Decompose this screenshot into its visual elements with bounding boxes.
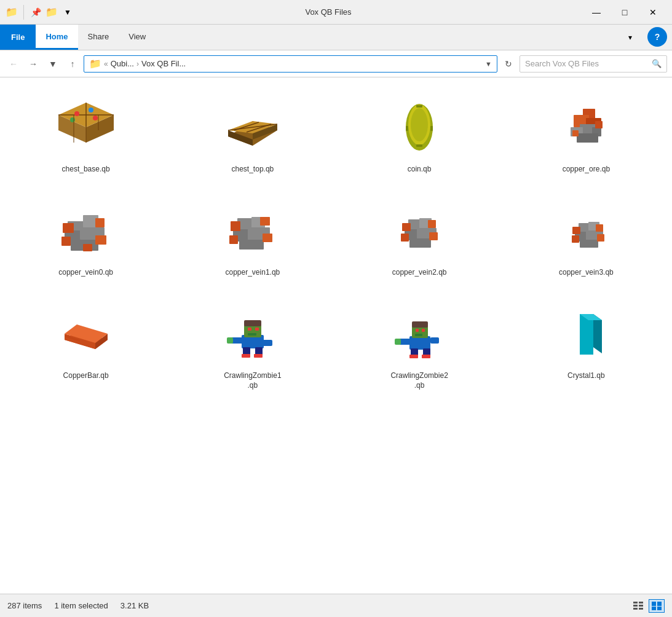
list-item[interactable]: chest_top.qb: [172, 87, 333, 186]
svg-rect-67: [580, 240, 598, 248]
file-thumbnail: [46, 300, 126, 367]
path-arrow: ›: [136, 60, 139, 68]
list-item[interactable]: coin.qb: [339, 87, 500, 186]
file-thumbnail: [546, 197, 626, 264]
tab-file[interactable]: File: [0, 25, 36, 50]
tab-view[interactable]: View: [119, 25, 156, 50]
title-bar-separator: [23, 5, 24, 20]
folder-icon: 📁: [5, 6, 18, 19]
list-item[interactable]: Crystal1.qb: [505, 294, 667, 396]
svg-rect-86: [244, 320, 261, 326]
file-name: CopperBar.qb: [63, 371, 109, 381]
svg-rect-89: [248, 333, 256, 336]
list-item[interactable]: copper_vein1.qb: [172, 191, 333, 289]
help-button[interactable]: ?: [647, 27, 667, 47]
svg-rect-115: [657, 607, 662, 610]
svg-rect-49: [239, 240, 264, 250]
minimize-button[interactable]: —: [582, 2, 611, 22]
svg-rect-100: [416, 329, 419, 332]
file-grid: chest_base.qb: [5, 87, 667, 396]
list-item[interactable]: CopperBar.qb: [5, 294, 167, 396]
svg-rect-88: [255, 328, 259, 331]
svg-rect-41: [95, 218, 105, 227]
svg-rect-25: [416, 105, 422, 108]
svg-rect-58: [409, 238, 431, 248]
list-item[interactable]: CrawlingZombie1.qb: [172, 294, 333, 396]
svg-rect-69: [596, 224, 603, 232]
file-thumbnail: [213, 93, 293, 161]
file-thumbnail: [213, 197, 293, 264]
file-name: CrawlingZombie2.qb: [390, 371, 448, 390]
svg-rect-84: [254, 354, 263, 358]
svg-rect-53: [263, 234, 272, 242]
file-thumbnail: [546, 300, 626, 367]
window-title: Vox QB Files: [78, 7, 579, 17]
svg-rect-80: [227, 337, 233, 344]
pin-icon: 📌: [29, 6, 42, 19]
list-item[interactable]: copper_vein3.qb: [505, 191, 667, 289]
selected-size: 3.21 KB: [121, 601, 149, 610]
svg-point-6: [89, 108, 93, 112]
file-name: Crystal1.qb: [567, 371, 605, 381]
file-name: chest_top.qb: [232, 165, 274, 175]
path-folder-icon: 📁: [89, 58, 101, 69]
path-part1: Qubi...: [111, 59, 134, 68]
file-thumbnail: [213, 300, 293, 367]
svg-rect-71: [597, 234, 604, 242]
svg-rect-22: [406, 126, 408, 131]
main-content: chest_base.qb: [0, 77, 672, 594]
maximize-button[interactable]: □: [611, 2, 639, 22]
chevron-down-icon[interactable]: ▼: [61, 6, 74, 19]
list-item[interactable]: CrawlingZombie2.qb: [339, 294, 500, 396]
search-box[interactable]: Search Vox QB Files 🔍: [520, 55, 667, 73]
list-item[interactable]: copper_vein2.qb: [339, 191, 500, 289]
forward-button[interactable]: →: [25, 55, 42, 73]
nav-dropdown-button[interactable]: ▼: [44, 55, 61, 73]
file-name: copper_ore.qb: [563, 165, 610, 175]
svg-rect-42: [61, 237, 71, 246]
item-count: 287 items: [7, 601, 42, 610]
list-item[interactable]: copper_vein0.qb: [5, 191, 167, 289]
svg-rect-40: [63, 223, 74, 233]
large-icons-view-button[interactable]: [649, 599, 665, 613]
svg-rect-90: [409, 336, 430, 350]
list-item[interactable]: chest_base.qb: [5, 87, 167, 186]
up-button[interactable]: ↑: [64, 55, 81, 73]
svg-rect-70: [572, 235, 579, 243]
svg-rect-93: [395, 339, 401, 345]
details-view-button[interactable]: [630, 599, 646, 613]
svg-rect-68: [572, 227, 580, 234]
svg-rect-97: [422, 355, 430, 358]
file-thumbnail: [46, 197, 126, 264]
path-chevron-icon[interactable]: ▼: [485, 60, 492, 68]
svg-rect-106: [633, 602, 638, 603]
file-area[interactable]: chest_base.qb: [0, 77, 672, 594]
svg-rect-114: [652, 607, 656, 610]
view-controls: [630, 599, 665, 613]
svg-rect-79: [263, 340, 272, 346]
svg-rect-51: [260, 217, 270, 226]
svg-rect-108: [633, 605, 638, 607]
svg-point-21: [411, 108, 428, 141]
svg-rect-101: [422, 329, 425, 332]
path-part2: Vox QB Fil...: [141, 59, 186, 68]
file-name: copper_vein0.qb: [58, 268, 113, 278]
tab-share[interactable]: Share: [78, 25, 119, 50]
svg-rect-109: [639, 605, 643, 607]
tab-home[interactable]: Home: [36, 25, 77, 50]
address-path[interactable]: 📁 « Qubi... › Vox QB Fil... ▼: [84, 55, 497, 73]
close-button[interactable]: ✕: [639, 2, 667, 22]
back-button[interactable]: ←: [5, 55, 22, 73]
address-bar: ← → ▼ ↑ 📁 « Qubi... › Vox QB Fil... ▼ ↻ …: [0, 50, 672, 77]
svg-rect-110: [633, 608, 638, 610]
refresh-button[interactable]: ↻: [500, 55, 517, 73]
list-item[interactable]: copper_ore.qb: [505, 87, 667, 186]
svg-rect-87: [248, 328, 251, 331]
svg-rect-61: [401, 234, 409, 242]
svg-rect-102: [415, 334, 422, 336]
svg-rect-92: [430, 337, 439, 344]
ribbon-collapse-button[interactable]: ▾: [618, 25, 642, 50]
search-placeholder: Search Vox QB Files: [525, 59, 649, 68]
file-name: copper_vein2.qb: [392, 268, 447, 278]
ribbon: File Home Share View ▾ ?: [0, 25, 672, 50]
